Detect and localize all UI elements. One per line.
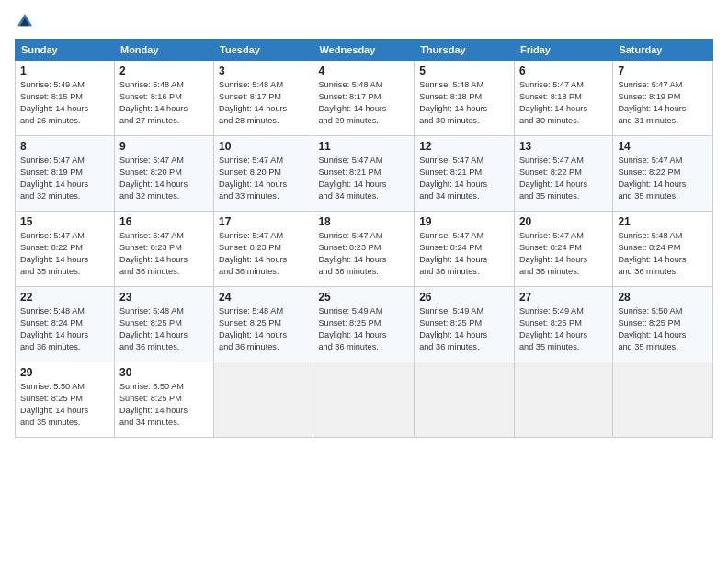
calendar-cell: 28Sunrise: 5:50 AM Sunset: 8:25 PM Dayli…	[613, 287, 713, 362]
weekday-header: Wednesday	[313, 40, 415, 61]
day-number: 10	[219, 140, 308, 153]
day-number: 5	[419, 64, 509, 77]
calendar-cell: 9Sunrise: 5:47 AM Sunset: 8:20 PM Daylig…	[114, 136, 213, 212]
day-number: 6	[519, 64, 608, 77]
day-info: Sunrise: 5:47 AM Sunset: 8:18 PM Dayligh…	[519, 79, 608, 127]
calendar-week: 15Sunrise: 5:47 AM Sunset: 8:22 PM Dayli…	[16, 212, 713, 287]
day-info: Sunrise: 5:50 AM Sunset: 8:25 PM Dayligh…	[119, 381, 209, 429]
day-number: 30	[119, 366, 209, 379]
calendar-cell	[313, 362, 415, 438]
calendar-cell: 13Sunrise: 5:47 AM Sunset: 8:22 PM Dayli…	[514, 136, 612, 212]
calendar-week: 8Sunrise: 5:47 AM Sunset: 8:19 PM Daylig…	[16, 136, 713, 212]
weekday-header: Monday	[114, 40, 213, 61]
day-info: Sunrise: 5:48 AM Sunset: 8:25 PM Dayligh…	[219, 305, 308, 353]
calendar-cell: 25Sunrise: 5:49 AM Sunset: 8:25 PM Dayli…	[313, 287, 415, 362]
calendar-week: 29Sunrise: 5:50 AM Sunset: 8:25 PM Dayli…	[16, 362, 713, 438]
calendar-cell: 18Sunrise: 5:47 AM Sunset: 8:23 PM Dayli…	[313, 212, 415, 287]
weekday-row: SundayMondayTuesdayWednesdayThursdayFrid…	[16, 40, 713, 61]
day-info: Sunrise: 5:48 AM Sunset: 8:24 PM Dayligh…	[618, 230, 708, 278]
day-number: 22	[20, 291, 109, 304]
day-info: Sunrise: 5:48 AM Sunset: 8:25 PM Dayligh…	[119, 305, 209, 353]
calendar-cell: 1Sunrise: 5:49 AM Sunset: 8:15 PM Daylig…	[16, 61, 115, 136]
day-info: Sunrise: 5:48 AM Sunset: 8:16 PM Dayligh…	[119, 79, 209, 127]
day-info: Sunrise: 5:47 AM Sunset: 8:24 PM Dayligh…	[519, 230, 608, 278]
weekday-header: Sunday	[16, 40, 115, 61]
calendar: SundayMondayTuesdayWednesdayThursdayFrid…	[15, 39, 713, 438]
calendar-cell: 27Sunrise: 5:49 AM Sunset: 8:25 PM Dayli…	[514, 287, 612, 362]
day-info: Sunrise: 5:48 AM Sunset: 8:17 PM Dayligh…	[318, 79, 409, 127]
day-number: 4	[318, 64, 409, 77]
day-number: 8	[20, 140, 109, 153]
day-info: Sunrise: 5:48 AM Sunset: 8:24 PM Dayligh…	[20, 305, 109, 353]
calendar-cell: 4Sunrise: 5:48 AM Sunset: 8:17 PM Daylig…	[313, 61, 415, 136]
day-info: Sunrise: 5:47 AM Sunset: 8:22 PM Dayligh…	[618, 155, 708, 202]
calendar-cell: 20Sunrise: 5:47 AM Sunset: 8:24 PM Dayli…	[514, 212, 612, 287]
day-info: Sunrise: 5:47 AM Sunset: 8:23 PM Dayligh…	[119, 230, 209, 278]
day-number: 20	[519, 215, 608, 228]
weekday-header: Friday	[514, 40, 612, 61]
day-info: Sunrise: 5:47 AM Sunset: 8:23 PM Dayligh…	[219, 230, 308, 278]
day-number: 23	[119, 291, 209, 304]
day-info: Sunrise: 5:47 AM Sunset: 8:19 PM Dayligh…	[618, 79, 708, 127]
calendar-cell: 14Sunrise: 5:47 AM Sunset: 8:22 PM Dayli…	[613, 136, 713, 212]
day-number: 12	[419, 140, 509, 153]
day-number: 14	[618, 140, 708, 153]
day-info: Sunrise: 5:49 AM Sunset: 8:15 PM Dayligh…	[20, 79, 109, 127]
header	[15, 11, 713, 31]
calendar-header: SundayMondayTuesdayWednesdayThursdayFrid…	[16, 40, 713, 61]
day-info: Sunrise: 5:50 AM Sunset: 8:25 PM Dayligh…	[20, 381, 109, 429]
day-number: 28	[618, 291, 708, 304]
day-info: Sunrise: 5:47 AM Sunset: 8:19 PM Dayligh…	[20, 155, 109, 202]
day-number: 17	[219, 215, 308, 228]
calendar-week: 1Sunrise: 5:49 AM Sunset: 8:15 PM Daylig…	[16, 61, 713, 136]
day-info: Sunrise: 5:48 AM Sunset: 8:18 PM Dayligh…	[419, 79, 509, 127]
calendar-cell: 22Sunrise: 5:48 AM Sunset: 8:24 PM Dayli…	[16, 287, 115, 362]
calendar-cell: 3Sunrise: 5:48 AM Sunset: 8:17 PM Daylig…	[214, 61, 313, 136]
day-info: Sunrise: 5:47 AM Sunset: 8:21 PM Dayligh…	[318, 155, 409, 202]
day-info: Sunrise: 5:48 AM Sunset: 8:17 PM Dayligh…	[219, 79, 308, 127]
calendar-cell: 5Sunrise: 5:48 AM Sunset: 8:18 PM Daylig…	[415, 61, 515, 136]
day-info: Sunrise: 5:47 AM Sunset: 8:20 PM Dayligh…	[219, 155, 308, 202]
calendar-cell: 2Sunrise: 5:48 AM Sunset: 8:16 PM Daylig…	[114, 61, 213, 136]
day-info: Sunrise: 5:47 AM Sunset: 8:22 PM Dayligh…	[519, 155, 608, 202]
day-info: Sunrise: 5:47 AM Sunset: 8:20 PM Dayligh…	[119, 155, 209, 202]
calendar-cell: 11Sunrise: 5:47 AM Sunset: 8:21 PM Dayli…	[313, 136, 415, 212]
day-info: Sunrise: 5:47 AM Sunset: 8:23 PM Dayligh…	[318, 230, 409, 278]
day-info: Sunrise: 5:47 AM Sunset: 8:21 PM Dayligh…	[419, 155, 509, 202]
day-number: 25	[318, 291, 409, 304]
day-number: 2	[119, 64, 209, 77]
calendar-cell: 23Sunrise: 5:48 AM Sunset: 8:25 PM Dayli…	[114, 287, 213, 362]
calendar-cell: 17Sunrise: 5:47 AM Sunset: 8:23 PM Dayli…	[214, 212, 313, 287]
calendar-cell: 30Sunrise: 5:50 AM Sunset: 8:25 PM Dayli…	[114, 362, 213, 438]
day-number: 11	[318, 140, 409, 153]
day-number: 1	[20, 64, 109, 77]
calendar-cell: 26Sunrise: 5:49 AM Sunset: 8:25 PM Dayli…	[415, 287, 515, 362]
calendar-week: 22Sunrise: 5:48 AM Sunset: 8:24 PM Dayli…	[16, 287, 713, 362]
day-number: 18	[318, 215, 409, 228]
day-number: 7	[618, 64, 708, 77]
calendar-cell: 21Sunrise: 5:48 AM Sunset: 8:24 PM Dayli…	[613, 212, 713, 287]
calendar-cell: 7Sunrise: 5:47 AM Sunset: 8:19 PM Daylig…	[613, 61, 713, 136]
day-info: Sunrise: 5:47 AM Sunset: 8:22 PM Dayligh…	[20, 230, 109, 278]
calendar-cell: 6Sunrise: 5:47 AM Sunset: 8:18 PM Daylig…	[514, 61, 612, 136]
day-number: 26	[419, 291, 509, 304]
calendar-cell	[214, 362, 313, 438]
weekday-header: Tuesday	[214, 40, 313, 61]
day-number: 24	[219, 291, 308, 304]
day-number: 13	[519, 140, 608, 153]
logo-icon	[15, 11, 35, 31]
calendar-cell: 24Sunrise: 5:48 AM Sunset: 8:25 PM Dayli…	[214, 287, 313, 362]
day-info: Sunrise: 5:50 AM Sunset: 8:25 PM Dayligh…	[618, 305, 708, 353]
calendar-cell: 19Sunrise: 5:47 AM Sunset: 8:24 PM Dayli…	[415, 212, 515, 287]
day-info: Sunrise: 5:49 AM Sunset: 8:25 PM Dayligh…	[318, 305, 409, 353]
day-number: 9	[119, 140, 209, 153]
calendar-cell: 16Sunrise: 5:47 AM Sunset: 8:23 PM Dayli…	[114, 212, 213, 287]
day-number: 16	[119, 215, 209, 228]
calendar-cell	[514, 362, 612, 438]
calendar-cell	[415, 362, 515, 438]
day-number: 15	[20, 215, 109, 228]
page: SundayMondayTuesdayWednesdayThursdayFrid…	[0, 0, 728, 563]
calendar-cell: 15Sunrise: 5:47 AM Sunset: 8:22 PM Dayli…	[16, 212, 115, 287]
calendar-cell: 8Sunrise: 5:47 AM Sunset: 8:19 PM Daylig…	[16, 136, 115, 212]
logo	[15, 11, 37, 31]
